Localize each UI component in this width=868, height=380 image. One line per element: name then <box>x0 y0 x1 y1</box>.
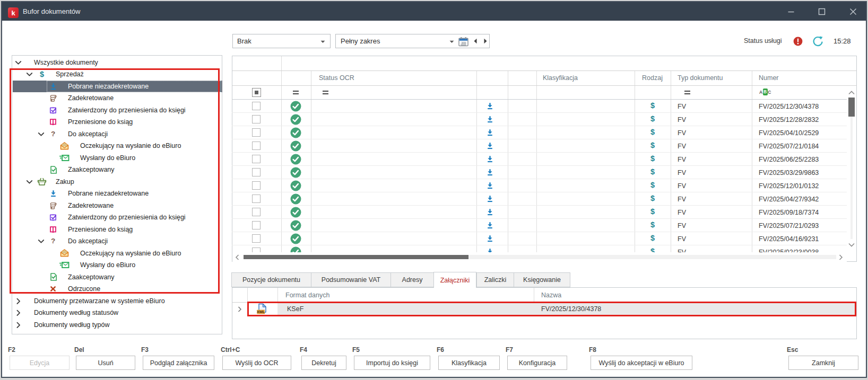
chevron-down-icon[interactable] <box>38 238 44 244</box>
button-usuń[interactable]: Usuń <box>76 356 135 370</box>
column-header-klasyfikacja[interactable]: Klasyfikacja <box>543 74 578 82</box>
tree-item-oczekujący-na-wysłanie-do-ebiuro[interactable]: Oczekujący na wysłanie do eBiuro <box>13 248 222 260</box>
prev-period-button[interactable] <box>473 38 478 44</box>
grid-row[interactable]: $FVFV/2025/07/21/0293 <box>232 219 847 232</box>
grid-row[interactable]: $FVFV/2025/12/30/4378 <box>232 100 847 113</box>
button-wyślij-do-akceptacji-w-ebiuro[interactable]: Wyślij do akceptacji w eBiuro <box>591 356 692 370</box>
tree-item-przeniesione-do-ksiąg[interactable]: Przeniesione do ksiąg <box>13 116 222 128</box>
button-zamknij[interactable]: Zamknij <box>788 356 858 370</box>
tree-item-pobrane-niezadekretowane[interactable]: Pobrane niezadekretowane <box>13 81 222 93</box>
column-header-status-ocr[interactable]: Status OCR <box>319 74 354 82</box>
row-checkbox[interactable] <box>252 155 261 163</box>
button-wyślij-do-ocr[interactable]: Wyślij do OCR <box>222 356 291 370</box>
grid-row[interactable]: $FVFV/2025/12/01/0132 <box>232 179 847 192</box>
next-period-button[interactable] <box>483 38 488 44</box>
horizontal-scrollbar[interactable] <box>232 252 847 262</box>
tab-zalaczniki[interactable]: Załączniki <box>433 272 476 288</box>
button-dekretuj[interactable]: Dekretuj <box>301 356 346 370</box>
tree-item-przeniesione-do-ksiąg[interactable]: Przeniesione do ksiąg <box>13 224 222 236</box>
grid-row[interactable]: $FVFV/2025/04/27/9342 <box>232 192 847 206</box>
tree-item-pobrane-niezadekretowane[interactable]: Pobrane niezadekretowane <box>13 188 222 200</box>
grid-row[interactable]: $FVFV/2025/12/28/2832 <box>232 113 847 126</box>
button-podgląd-załącznika[interactable]: Podgląd załącznika <box>143 356 214 370</box>
row-checkbox[interactable] <box>252 128 261 137</box>
vertical-scrollbar[interactable] <box>847 86 856 251</box>
scroll-up-icon[interactable] <box>848 91 855 95</box>
tree-item-dokumenty-przetwarzane-w-systemie-ebiuro[interactable]: Dokumenty przetwarzane w systemie eBiuro <box>13 295 222 307</box>
tree-item-zakup[interactable]: Zakup <box>13 176 222 188</box>
tree-item-zadekretowane[interactable]: Zadekretowane <box>13 92 222 104</box>
filter-combo[interactable]: Brak <box>232 34 331 48</box>
scroll-down-icon[interactable] <box>848 243 855 247</box>
filter-equals-icon[interactable] <box>323 91 328 94</box>
refresh-icon[interactable] <box>812 36 824 48</box>
attachment-header-nazwa[interactable]: Nazwa <box>541 291 561 299</box>
button-klasyfikacja[interactable]: Klasyfikacja <box>438 356 500 370</box>
column-header-typ-dokumentu[interactable]: Typ dokumentu <box>678 74 723 82</box>
filter-abc-icon[interactable]: ABC <box>759 89 771 95</box>
grid-row[interactable]: $FVFV/2025/06/25/2283 <box>232 153 847 166</box>
attachment-header-format[interactable]: Format danych <box>285 291 329 299</box>
tree-item-zatwierdzony-do-przeniesienia-do-księgi[interactable]: Zatwierdzony do przeniesienia do księgi <box>13 104 222 117</box>
tree-item-odrzucone[interactable]: Odrzucone <box>13 283 222 295</box>
tree-item-wysłany-do-ebiuro[interactable]: Wysłany do eBiuro <box>13 259 222 271</box>
button-edycja[interactable]: Edycja <box>10 356 70 370</box>
chevron-down-icon[interactable] <box>15 59 21 66</box>
row-checkbox[interactable] <box>252 115 261 123</box>
tree-item-do-akceptacji[interactable]: ?Do akceptacji <box>13 128 222 140</box>
tree-item-dokumenty-według-typów[interactable]: Dokumenty według typów <box>13 319 222 331</box>
chevron-right-icon[interactable] <box>15 298 21 304</box>
tab-zaliczki[interactable]: Zaliczki <box>476 272 514 287</box>
grid-row[interactable]: $FVFV/2025/04/10/2529 <box>232 126 847 139</box>
tree-item-wysłany-do-ebiuro[interactable]: Wysłany do eBiuro <box>13 152 222 164</box>
chevron-down-icon[interactable] <box>26 179 32 185</box>
tree-item-oczekujący-na-wysłanie-do-ebiuro[interactable]: Oczekujący na wysłanie do eBiuro <box>13 140 222 152</box>
grid-row[interactable]: $FVFV/2025/07/21/0184 <box>232 139 847 153</box>
row-checkbox[interactable] <box>252 208 261 216</box>
filter-equals-icon[interactable] <box>684 91 690 94</box>
scroll-left-icon[interactable] <box>235 254 239 260</box>
calendar-icon[interactable] <box>458 36 469 47</box>
tab-ksiegowanie[interactable]: Księgowanie <box>514 272 570 287</box>
tree-item-sprzedaż[interactable]: $Sprzedaż <box>13 68 222 81</box>
tree-item-zaakceptowany[interactable]: Zaakceptowany <box>13 271 222 284</box>
row-checkbox[interactable] <box>252 168 261 176</box>
tab-pozycje-dokumentu[interactable]: Pozycje dokumentu <box>231 272 311 287</box>
vertical-scrollbar-thumb[interactable] <box>848 98 855 117</box>
grid-row[interactable]: $FVFV/2025/04/16/9231 <box>232 232 847 245</box>
button-importuj-do-księgi[interactable]: Importuj do księgi <box>354 356 430 370</box>
chevron-right-icon[interactable] <box>15 310 21 316</box>
attachment-row[interactable]: XML KSeF FV/2025/12/30/4378 <box>232 302 856 316</box>
tree-item-do-akceptacji[interactable]: ?Do akceptacji <box>13 235 222 248</box>
column-header-rodzaj[interactable]: Rodzaj <box>642 74 663 82</box>
tree-item-zadekretowane[interactable]: Zadekretowane <box>13 200 222 212</box>
grid-row[interactable]: $FVFV/2025/03/29/9863 <box>232 166 847 179</box>
tree-item-wszystkie-dokumenty[interactable]: Wszystkie dokumenty <box>13 57 222 69</box>
grid-row[interactable]: $FVFV/2025/02/23/0038 <box>232 245 847 252</box>
chevron-right-icon[interactable] <box>15 322 21 328</box>
chevron-down-icon[interactable] <box>38 131 44 137</box>
filter-equals-icon[interactable] <box>293 91 299 94</box>
close-button[interactable] <box>841 2 865 21</box>
column-header-numer[interactable]: Numer <box>759 74 779 82</box>
row-checkbox[interactable] <box>252 181 261 190</box>
grid-row[interactable]: $FVFV/2025/09/18/7374 <box>232 206 847 219</box>
tab-adresy[interactable]: Adresy <box>390 272 433 287</box>
tree-item-zaakceptowany[interactable]: Zaakceptowany <box>13 164 222 176</box>
tab-podsumowanie-vat[interactable]: Podsumowanie VAT <box>311 272 390 287</box>
tree-item-dokumenty-według-statusów[interactable]: Dokumenty według statusów <box>13 307 222 319</box>
tree-item-zatwierdzony-do-przeniesienia-do-księgi[interactable]: Zatwierdzony do przeniesienia do księgi <box>13 211 222 224</box>
scroll-right-icon[interactable] <box>839 254 843 260</box>
row-checkbox[interactable] <box>252 195 261 203</box>
date-range-combo[interactable]: Pełny zakres <box>335 34 490 48</box>
maximize-button[interactable] <box>810 2 834 21</box>
expand-row-icon[interactable] <box>238 306 242 312</box>
button-konfiguracja[interactable]: Konfiguracja <box>507 356 567 370</box>
row-checkbox[interactable] <box>252 102 261 110</box>
service-alert-icon[interactable] <box>793 37 803 46</box>
chevron-down-icon[interactable] <box>26 71 32 77</box>
row-checkbox[interactable] <box>252 142 261 150</box>
row-checkbox[interactable] <box>252 221 261 229</box>
row-checkbox[interactable] <box>252 234 261 243</box>
row-checkbox[interactable] <box>252 248 261 252</box>
